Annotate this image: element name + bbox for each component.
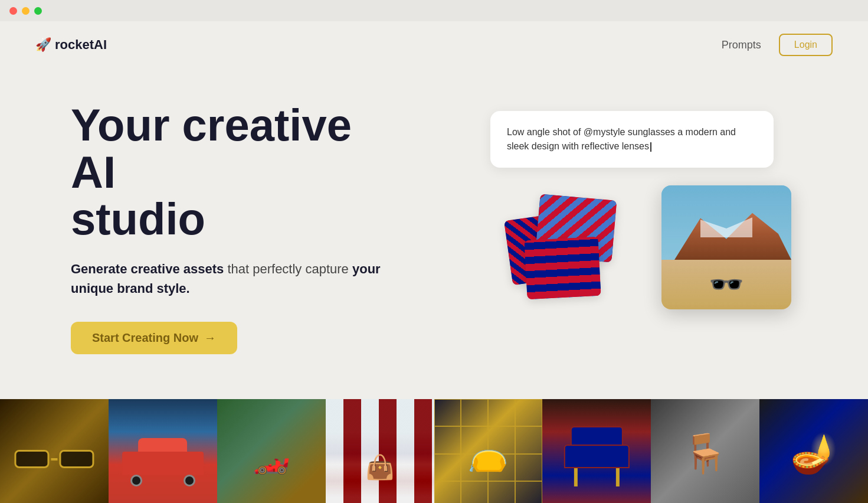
login-button[interactable]: Login [779, 34, 833, 56]
glasses-lens-right [60, 450, 94, 468]
desert-floor: 🕶️ [661, 260, 791, 309]
gallery-item-3[interactable]: 🏎️ [217, 399, 326, 503]
prompt-text: Low angle shot of @mystyle sunglasses a … [507, 127, 736, 151]
hero-left: Your creative AI studio Generate creativ… [71, 102, 401, 354]
sunglasses-emoji: 🕶️ [709, 268, 744, 301]
fullscreen-button[interactable] [34, 7, 42, 15]
gallery-item-6[interactable] [542, 399, 651, 503]
chair-seat [564, 445, 629, 469]
hero-subtitle: Generate creative assets that perfectly … [71, 259, 401, 298]
gallery-item-2[interactable] [109, 399, 217, 503]
chair-shape [564, 426, 629, 486]
cta-label: Start Creating Now [92, 331, 198, 345]
glasses-lens-left [14, 450, 49, 468]
rocket-icon: 🚀 [35, 37, 51, 53]
hero-title: Your creative AI studio [71, 102, 401, 243]
logo-text: rocketAI [55, 37, 107, 53]
hero-subtitle-bold1: Generate creative assets [71, 262, 224, 276]
cta-arrow-icon: → [204, 331, 216, 345]
car-shape [122, 448, 204, 486]
gallery-item-8[interactable]: 🪔 [759, 399, 868, 503]
prompt-cursor [650, 142, 651, 152]
prompt-card: Low angle shot of @mystyle sunglasses a … [490, 111, 774, 168]
hero-subtitle-plain: that perfectly capture [224, 262, 352, 276]
chair-leg-left [574, 468, 578, 486]
bag-stripes [326, 399, 434, 503]
gallery-item-1[interactable] [0, 399, 109, 503]
swatch-card-3 [524, 237, 601, 299]
car-wheel-left [130, 475, 142, 486]
gallery-item-5[interactable]: 👝 [434, 399, 543, 503]
armchair-icon: 🪑 [651, 399, 759, 503]
glasses-bridge [51, 458, 58, 460]
car-body [122, 452, 204, 475]
gallery-item-7[interactable]: 🪑 [651, 399, 759, 503]
car-wheel-right [184, 475, 195, 486]
gallery-strip: 🏎️ 👜 👝 [0, 399, 868, 503]
bag-icon: 👜 [365, 453, 395, 481]
demo-swatches [508, 179, 626, 321]
lamp-icon: 🪔 [759, 399, 868, 503]
demo-photo: 🕶️ [661, 185, 791, 309]
nav-prompts-link[interactable]: Prompts [722, 39, 761, 51]
chair-leg-right [616, 468, 620, 486]
handbag-clasp: 👝 [434, 399, 543, 503]
hero-right: Low angle shot of @mystyle sunglasses a … [490, 111, 797, 345]
cta-button[interactable]: Start Creating Now → [71, 322, 237, 354]
logo[interactable]: 🚀 rocketAI [35, 37, 107, 53]
hero-section: Your creative AI studio Generate creativ… [0, 68, 868, 399]
mountain-background [661, 185, 791, 260]
minimize-button[interactable] [22, 7, 30, 15]
glasses-shape [11, 443, 97, 476]
gallery-item-4[interactable]: 👜 [326, 399, 434, 503]
demo-images: 🕶️ [490, 179, 797, 345]
close-button[interactable] [9, 7, 17, 15]
hero-title-line2: studio [71, 194, 205, 244]
hero-title-line1: Your creative AI [71, 100, 352, 197]
nav-right: Prompts Login [722, 34, 833, 56]
navbar: 🚀 rocketAI Prompts Login [0, 21, 868, 68]
car-icon: 🏎️ [252, 440, 290, 476]
titlebar [0, 0, 868, 21]
